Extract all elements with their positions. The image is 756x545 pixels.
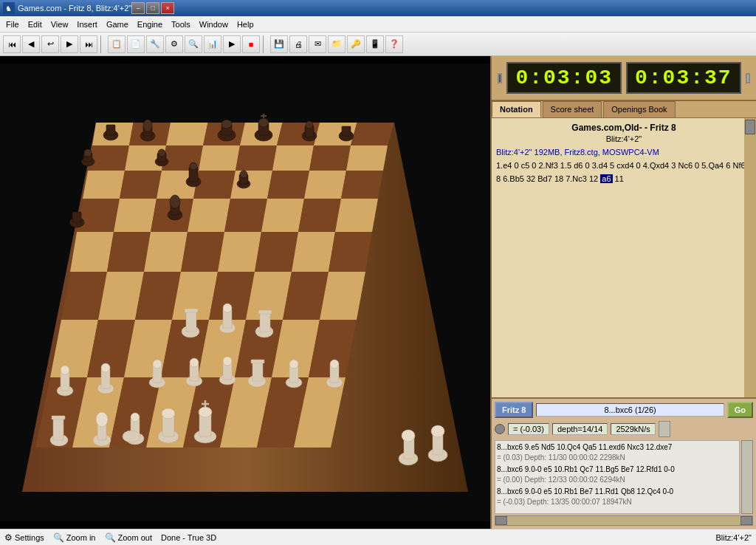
zoom-in-button[interactable]: 🔍 Zoom in (53, 532, 96, 543)
minimize-button[interactable]: – (131, 2, 145, 14)
svg-point-88 (84, 149, 92, 157)
tool8[interactable]: 🖨 (289, 35, 307, 53)
game-info: Blitz:4'+2" 192MB, Fritz8.ctg, MOSWPC4-V… (496, 148, 752, 157)
svg-rect-113 (52, 416, 65, 419)
tool11[interactable]: 🔑 (347, 35, 365, 53)
tab-openings-book[interactable]: Openings Book (603, 101, 675, 117)
stop-button[interactable]: ■ (242, 35, 260, 53)
tabs-bar: Notation Score sheet Openings Book (492, 101, 756, 118)
svg-rect-102 (72, 212, 81, 222)
menu-item-engine[interactable]: Engine (133, 18, 167, 30)
svg-point-122 (190, 358, 199, 367)
menu-item-file[interactable]: File (1, 18, 24, 30)
svg-point-153 (123, 431, 140, 442)
menu-item-view[interactable]: View (47, 18, 73, 30)
menu-item-window[interactable]: Window (195, 18, 233, 30)
menu-item-edit[interactable]: Edit (24, 18, 47, 30)
zoom-out-label: Zoom out (118, 533, 152, 542)
close-button[interactable]: × (161, 2, 174, 14)
svg-point-119 (96, 412, 108, 427)
analysis-lines: 8...bxc6 9.e5 Nd5 10.Qc4 Qa5 11.exd6 Nxc… (495, 440, 740, 514)
engine-row-1: Fritz 8 8...bxc6 (1/26) Go (495, 402, 753, 418)
tool4[interactable]: ⚙ (165, 35, 183, 53)
svg-rect-77 (106, 125, 115, 135)
engine-name-button[interactable]: Fritz 8 (495, 402, 533, 418)
menu-item-game[interactable]: Game (102, 18, 133, 30)
svg-text:♞: ♞ (5, 4, 12, 13)
window-controls[interactable]: – □ × (131, 2, 174, 14)
svg-point-134 (289, 360, 298, 369)
play-button[interactable]: ▶ (223, 35, 241, 53)
zoom-in-label: Zoom in (66, 533, 96, 542)
chess-board-area[interactable] (0, 56, 490, 529)
svg-point-156 (431, 425, 444, 437)
svg-point-94 (190, 162, 197, 170)
menu-item-tools[interactable]: Tools (167, 18, 195, 30)
svg-marker-28 (77, 199, 120, 232)
svg-marker-39 (181, 232, 224, 272)
tab-notation[interactable]: Notation (492, 101, 541, 117)
svg-marker-19 (346, 145, 388, 171)
svg-rect-149 (185, 309, 198, 312)
svg-marker-32 (224, 199, 267, 232)
svg-marker-20 (83, 171, 125, 199)
svg-rect-152 (258, 310, 272, 314)
svg-point-100 (170, 195, 180, 208)
copy-button[interactable]: 📋 (108, 35, 126, 53)
menu-item-insert[interactable]: Insert (72, 18, 102, 30)
engine-move-display: 8...bxc6 (1/26) (536, 403, 724, 417)
takeback-button[interactable]: ↩ (41, 35, 59, 53)
horizontal-scrollbar[interactable] (495, 515, 753, 526)
svg-point-110 (162, 408, 175, 419)
tool12[interactable]: 📱 (366, 35, 384, 53)
settings-button[interactable]: ⚙ Settings (4, 532, 44, 543)
tab-score-sheet[interactable]: Score sheet (543, 101, 602, 117)
go-button[interactable]: Go (727, 402, 753, 418)
tool3[interactable]: 🔧 (146, 35, 164, 53)
clocks-area: 0:03:03 0:03:37 (492, 56, 756, 101)
engine-scrollbar-top[interactable] (659, 421, 670, 437)
window-title: Games.com - Fritz 8, Blitz:4'+2" (18, 4, 131, 13)
last-move-button[interactable]: ⏭ (80, 35, 97, 53)
zoom-out-button[interactable]: 🔍 Zoom out (105, 532, 152, 543)
analysis-line-1: 8...bxc6 9.0-0 e5 10.Rb1 Qc7 11.Bg5 Be7 … (497, 465, 738, 485)
tool9[interactable]: ✉ (309, 35, 326, 53)
left-clock-indicator (498, 73, 502, 83)
toolbar: ⏮ ◀ ↩ ▶ ⏭ 📋 📄 🔧 ⚙ 🔍 📊 ▶ ■ 💾 🖨 ✉ 📁 🔑 📱 ❓ (0, 32, 756, 56)
svg-marker-15 (199, 145, 240, 171)
analysis-line-0: 8...bxc6 9.e5 Nd5 10.Qc4 Qa5 11.exd6 Nxc… (497, 442, 738, 463)
svg-marker-11 (351, 123, 394, 145)
current-move-highlight[interactable]: a6 (600, 174, 612, 183)
left-clock-display: 0:03:03 (506, 62, 622, 94)
analysis-scrollbar[interactable] (741, 440, 753, 514)
tool7[interactable]: 💾 (270, 35, 288, 53)
zoom-in-icon: 🔍 (53, 532, 64, 543)
svg-rect-85 (342, 126, 351, 136)
game-title: Games.com,Old- - Fritz 8 (496, 123, 752, 133)
tool5[interactable]: 🔍 (185, 35, 202, 53)
tool13[interactable]: ❓ (385, 35, 403, 53)
svg-marker-33 (261, 199, 304, 232)
engine-area: Fritz 8 8...bxc6 (1/26) Go = (-0.03) dep… (492, 397, 756, 529)
notation-scrollbar[interactable] (744, 118, 756, 397)
tool6[interactable]: 📊 (204, 35, 221, 53)
svg-marker-29 (114, 199, 157, 232)
svg-marker-31 (188, 199, 230, 232)
first-move-button[interactable]: ⏮ (3, 35, 21, 53)
menubar: FileEditViewInsertGameEngineToolsWindowH… (0, 16, 756, 32)
menu-item-help[interactable]: Help (233, 18, 258, 30)
next-move-button[interactable]: ▶ (61, 35, 78, 53)
svg-point-116 (131, 413, 140, 422)
paste-button[interactable]: 📄 (127, 35, 145, 53)
status-mode: Done - True 3D (161, 533, 216, 542)
svg-rect-128 (251, 360, 264, 363)
svg-point-125 (223, 357, 232, 366)
app-icon: ♞ (3, 2, 15, 14)
svg-point-105 (199, 407, 212, 417)
svg-point-83 (306, 121, 313, 128)
settings-icon: ⚙ (4, 532, 13, 543)
maximize-button[interactable]: □ (146, 2, 159, 14)
tool10[interactable]: 📁 (328, 35, 346, 53)
engine-depth: depth=14/14 (552, 423, 608, 435)
prev-move-button[interactable]: ◀ (22, 35, 40, 53)
